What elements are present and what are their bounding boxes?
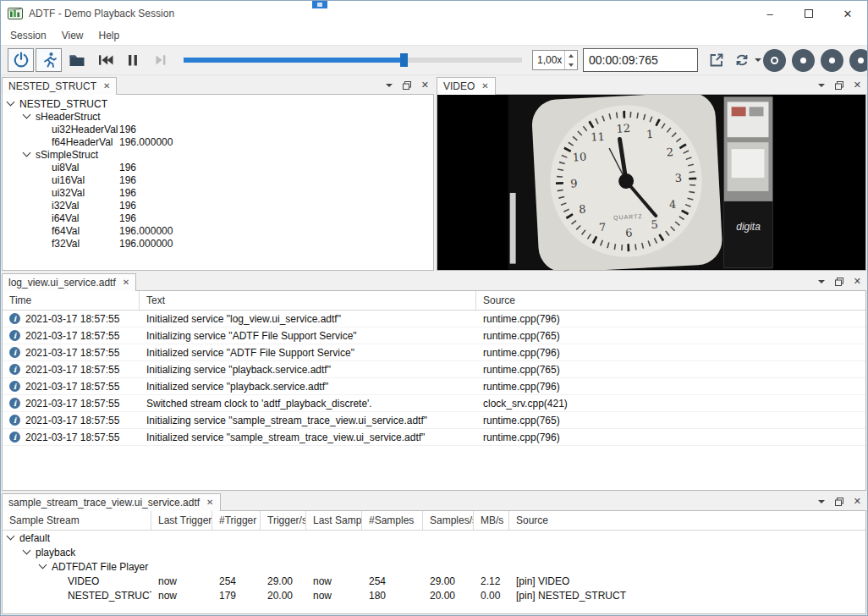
column-header-source[interactable]: Source [476,291,865,310]
log-row[interactable]: i 2021-03-17 18:57:55 Switched stream cl… [3,395,865,412]
dock-menu-icon[interactable] [818,500,825,503]
playback-slider-handle[interactable] [400,53,408,67]
speed-down-button[interactable] [565,60,577,69]
adtf-app-icon [8,6,23,21]
playback-slider-groove[interactable] [184,58,522,63]
menu-view[interactable]: View [54,26,91,45]
tab-nested-struct[interactable]: NESTED_STRUCT ✕ [2,77,117,95]
log-row[interactable]: i 2021-03-17 18:57:55 Initializing servi… [3,327,865,344]
tree-item-label: f32Val [52,238,80,250]
dock-close-icon[interactable]: ✕ [854,277,861,286]
source-value: [pin] VIDEO [509,575,865,587]
tree-item-label: ui32Val [52,187,85,199]
speed-up-button[interactable] [565,51,577,60]
tree-row[interactable]: i64Val 196 [3,212,433,224]
marker-button-1[interactable] [763,49,786,72]
info-icon: i [9,432,20,443]
tree-row[interactable]: ui32HeaderVal 196 [3,123,433,135]
trace-row[interactable]: playback [3,545,865,559]
float-icon[interactable] [835,278,843,286]
nested-struct-tree: NESTED_STRUCT sHeaderStruct ui32Head [2,94,434,271]
info-icon: i [9,398,20,409]
expander-icon[interactable] [23,149,31,157]
expander-icon[interactable] [23,111,31,119]
dock-menu-icon[interactable] [386,84,393,87]
log-row[interactable]: i 2021-03-17 18:57:55 Initializing servi… [3,361,865,378]
marker-button-4[interactable] [849,49,868,72]
loop-control [731,48,761,72]
float-icon[interactable] [403,81,411,90]
tree-row[interactable]: f32Val 196.000000 [3,237,433,250]
tree-row[interactable]: ui32Val 196 [3,186,433,199]
column-header-time[interactable]: Time [3,291,140,310]
log-row[interactable]: i 2021-03-17 18:57:55 Initializing servi… [3,412,865,429]
stream-label: default [19,532,50,544]
expander-icon[interactable] [7,532,15,541]
tab-video[interactable]: VIDEO ✕ [437,77,496,95]
log-row[interactable]: i 2021-03-17 18:57:55 Initialized servic… [3,344,865,361]
log-row[interactable]: i 2021-03-17 18:57:55 Initialized servic… [3,378,865,395]
expander-icon[interactable] [23,547,31,555]
tree-row[interactable]: sSimpleStruct [3,148,433,161]
tree-row[interactable]: i32Val 196 [3,199,433,212]
tree-row[interactable]: ui16Val 196 [3,173,433,186]
loop-dropdown-icon[interactable] [755,58,761,62]
marker-button-3[interactable] [821,49,843,72]
tab-log-view[interactable]: log_view.ui_service.adtf ✕ [2,273,136,291]
float-icon[interactable] [835,498,843,506]
time-display[interactable]: 00:00:09:765 [583,48,698,72]
column-header-source[interactable]: Source [509,511,865,530]
tab-trace-view[interactable]: sample_stream_trace_view.ui_service.adtf… [2,493,221,511]
tree-row[interactable]: f64HeaderVal 196.000000 [3,135,433,148]
trace-row[interactable]: VIDEO now 254 29.00 now 254 29.00 2.12 [… [3,574,865,588]
expander-icon[interactable] [7,98,15,107]
dock-close-icon[interactable]: ✕ [421,80,429,90]
skip-to-end-button[interactable] [147,48,173,72]
column-header-mb-per-s[interactable]: MB/s [474,511,509,530]
column-header-trigger-per-s[interactable]: Trigger/s [261,511,306,530]
column-header-samples-per-s[interactable]: Samples/s [423,511,474,530]
speed-spinbox[interactable]: 1,00x [532,50,578,70]
export-button[interactable] [703,48,729,72]
column-header-num-samples[interactable]: #Samples [362,511,423,530]
tab-close-icon[interactable]: ✕ [206,498,213,507]
log-row[interactable]: i 2021-03-17 18:57:55 Initialized servic… [3,429,865,446]
tab-close-icon[interactable]: ✕ [481,82,488,91]
skip-to-start-button[interactable] [91,48,118,72]
column-header-text[interactable]: Text [140,291,476,310]
tree-row[interactable]: NESTED_STRUCT [3,97,433,110]
trace-row[interactable]: ADTFDAT File Player [3,559,865,574]
dock-menu-icon[interactable] [818,280,825,283]
titlebar[interactable]: ADTF - Demo Playback Session – ✕ [1,1,867,26]
log-row[interactable]: i 2021-03-17 18:57:55 Initialized servic… [3,311,865,327]
column-header-sample-stream[interactable]: Sample Stream [3,511,151,530]
column-header-last-trigger[interactable]: Last Trigger [151,511,212,530]
taskbar-peek-icon[interactable] [312,1,327,8]
trace-row[interactable]: default [3,531,865,545]
tab-close-icon[interactable]: ✕ [103,82,110,91]
dock-menu-icon[interactable] [818,84,825,87]
minimize-button[interactable]: – [750,1,789,26]
menu-session[interactable]: Session [3,26,54,45]
column-header-last-sample[interactable]: Last Sample [306,511,362,530]
dock-close-icon[interactable]: ✕ [854,80,861,90]
tab-close-icon[interactable]: ✕ [123,278,129,287]
tree-row[interactable]: ui8Val 196 [3,161,433,173]
playback-slider[interactable] [184,53,522,67]
column-header-num-trigger[interactable]: #Trigger [212,511,261,530]
loop-button[interactable] [731,48,753,72]
pause-button[interactable] [119,48,146,72]
tree-row[interactable]: sHeaderStruct [3,110,433,123]
trace-row[interactable]: NESTED_STRUCT now 179 20.00 now 180 20.0… [3,588,865,602]
close-button[interactable]: ✕ [828,1,867,26]
open-file-button[interactable] [63,48,90,72]
marker-button-2[interactable] [792,49,815,72]
power-button[interactable] [8,48,34,72]
run-button[interactable] [36,48,62,72]
expander-icon[interactable] [39,561,47,569]
tree-row[interactable]: f64Val 196.000000 [3,224,433,237]
menu-help[interactable]: Help [91,26,128,45]
maximize-button[interactable] [789,1,828,26]
dock-close-icon[interactable]: ✕ [854,497,861,506]
float-icon[interactable] [835,81,843,90]
